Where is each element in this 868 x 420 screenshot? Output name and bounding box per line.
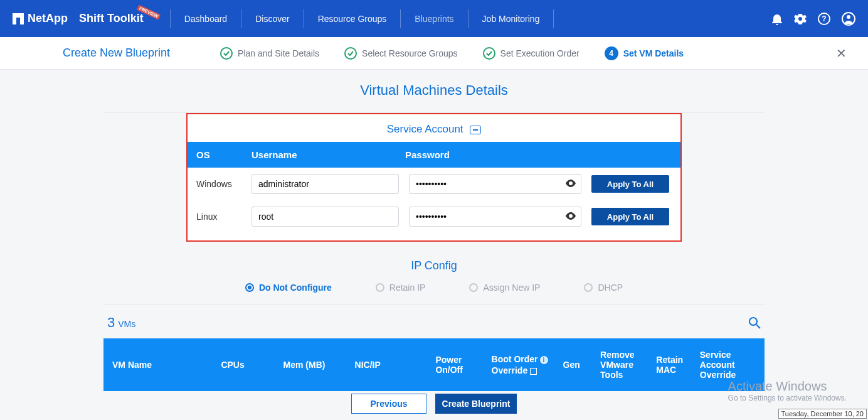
radio-label: Retain IP: [389, 283, 426, 293]
os-label: Linux: [196, 212, 245, 222]
vms-count: 3 VMs: [107, 315, 135, 331]
eye-icon[interactable]: [565, 211, 576, 222]
radio-icon: [376, 283, 384, 292]
service-account-header[interactable]: Service Account: [188, 114, 680, 142]
nav-divider: [170, 9, 171, 28]
help-icon[interactable]: ?: [818, 13, 830, 25]
checkbox-icon[interactable]: [530, 368, 537, 375]
radio-do-not-configure[interactable]: Do Not Configure: [245, 283, 332, 293]
brand-logo: NetApp: [13, 12, 68, 25]
radio-label: DHCP: [598, 283, 623, 293]
apply-all-button-windows[interactable]: Apply To All: [591, 175, 669, 193]
nav-dashboard[interactable]: Dashboard: [178, 10, 234, 28]
apply-all-button-linux[interactable]: Apply To All: [591, 208, 669, 225]
service-account-title: Service Account: [387, 123, 463, 135]
eye-icon[interactable]: [565, 178, 576, 190]
service-table-header: OS Username Password: [188, 142, 680, 168]
nav-divider: [304, 9, 304, 28]
vms-count-number: 3: [107, 315, 115, 330]
th-boot-l2: Override: [492, 365, 528, 375]
step-label: Set Execution Order: [500, 48, 580, 58]
radio-icon: [469, 283, 478, 292]
search-icon[interactable]: [748, 316, 761, 329]
th-retain-mac: Retain MAC: [656, 355, 699, 375]
ip-config-options: Do Not Configure Retain IP Assign New IP…: [103, 283, 765, 304]
nav-blueprints[interactable]: Blueprints: [408, 10, 460, 28]
ip-config-title: IP Config: [103, 259, 765, 272]
close-icon[interactable]: ✕: [830, 43, 853, 63]
step-execution[interactable]: Set Execution Order: [483, 47, 580, 60]
username-input-linux[interactable]: [251, 207, 399, 227]
toolkit-label: Shift Toolkit: [79, 12, 144, 24]
svg-text:?: ?: [822, 14, 826, 23]
step-vm-details[interactable]: 4 Set VM Details: [605, 46, 684, 60]
netapp-logo-icon: [13, 13, 24, 24]
step-label: Select Resource Groups: [362, 48, 458, 58]
footer-actions: Previous Create Blueprint: [0, 394, 868, 414]
th-gen: Gen: [563, 360, 601, 370]
svg-point-6: [847, 15, 850, 19]
col-password: Password: [405, 149, 672, 160]
radio-label: Assign New IP: [483, 283, 540, 293]
nav-divider: [241, 9, 241, 28]
os-label: Windows: [196, 179, 245, 189]
nav-job-monitoring[interactable]: Job Monitoring: [476, 10, 546, 28]
radio-icon: [245, 283, 254, 292]
nav-divider: [553, 9, 554, 28]
check-icon: [220, 47, 233, 60]
radio-retain-ip[interactable]: Retain IP: [376, 283, 426, 293]
previous-button[interactable]: Previous: [351, 394, 426, 414]
nav-resource-groups[interactable]: Resource Groups: [312, 10, 393, 28]
svg-point-7: [749, 318, 757, 325]
top-navbar: NetApp Shift Toolkit PREVIEW Dashboard D…: [0, 0, 868, 37]
user-icon[interactable]: [842, 12, 855, 26]
step-plan[interactable]: Plan and Site Details: [220, 47, 319, 60]
radio-icon: [584, 283, 593, 292]
th-boot-override: Boot Orderi Override: [492, 354, 563, 375]
radio-dhcp[interactable]: DHCP: [584, 283, 623, 293]
col-os: OS: [196, 149, 251, 160]
nav-divider: [468, 9, 468, 28]
nav-divider: [400, 9, 401, 28]
step-label: Set VM Details: [623, 48, 684, 58]
create-blueprint-title: Create New Blueprint: [63, 46, 170, 60]
check-icon: [344, 47, 357, 60]
step-label: Plan and Site Details: [238, 48, 319, 58]
th-remove-tools: Remove VMware Tools: [600, 350, 656, 380]
svg-line-8: [756, 325, 760, 328]
col-username: Username: [251, 149, 405, 160]
radio-label: Do Not Configure: [259, 283, 332, 293]
th-nic: NIC/IP: [355, 360, 436, 370]
svg-rect-2: [13, 13, 24, 18]
th-power: Power On/Off: [435, 355, 491, 375]
service-account-panel: Service Account OS Username Password Win…: [186, 113, 682, 242]
page-title: Virtual Machines Details: [103, 82, 765, 99]
username-input-windows[interactable]: [251, 174, 399, 194]
divider: [103, 304, 765, 304]
collapse-icon[interactable]: [470, 126, 481, 134]
stepper: Plan and Site Details Select Resource Gr…: [220, 46, 684, 60]
service-row-windows: Windows Apply To All: [188, 168, 680, 200]
gear-icon[interactable]: [794, 13, 807, 25]
vms-count-label: VMs: [118, 319, 135, 329]
vms-summary-bar: 3 VMs: [103, 315, 765, 338]
bell-icon[interactable]: [771, 13, 783, 25]
brand-text: NetApp: [28, 12, 68, 25]
radio-assign-new-ip[interactable]: Assign New IP: [469, 283, 540, 293]
info-icon[interactable]: i: [540, 356, 548, 364]
th-svc-override: Service Account Override: [700, 350, 756, 380]
toolkit-title: Shift Toolkit PREVIEW: [79, 12, 156, 25]
nav-discover[interactable]: Discover: [249, 10, 295, 28]
step-number-icon: 4: [605, 46, 618, 60]
create-blueprint-button[interactable]: Create Blueprint: [435, 394, 517, 414]
th-vm-name: VM Name: [112, 360, 221, 370]
check-icon: [483, 47, 495, 60]
password-input-linux[interactable]: [409, 207, 581, 227]
service-row-linux: Linux Apply To All: [188, 200, 680, 233]
th-cpus: CPUs: [221, 360, 283, 370]
vm-table-header: VM Name CPUs Mem (MB) NIC/IP Power On/Of…: [103, 338, 765, 391]
main-content: Virtual Machines Details Service Account…: [0, 70, 868, 420]
taskbar-date: Tuesday, December 10, 20: [778, 409, 867, 419]
password-input-windows[interactable]: [409, 174, 581, 194]
step-select[interactable]: Select Resource Groups: [344, 47, 458, 60]
